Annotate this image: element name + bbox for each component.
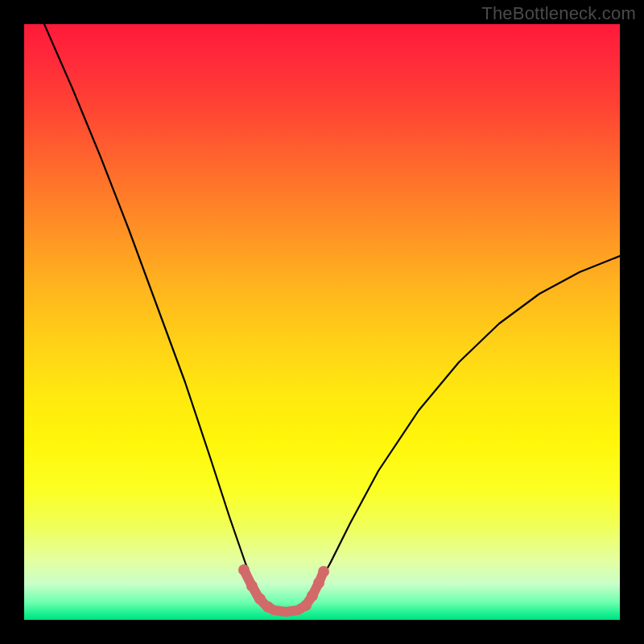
highlight-marker [254,593,266,605]
highlight-marker [262,601,274,613]
plot-area [24,24,620,620]
bottleneck-curve-path [44,24,620,612]
highlight-marker [246,580,258,592]
highlight-marker [300,600,312,611]
highlight-marker [313,577,324,588]
highlight-marker [307,590,318,601]
highlight-marker [238,564,250,576]
chart-frame: TheBottleneck.com [0,0,644,644]
curve-svg [24,24,620,620]
highlight-marker [318,566,329,577]
watermark-text: TheBottleneck.com [481,3,636,24]
